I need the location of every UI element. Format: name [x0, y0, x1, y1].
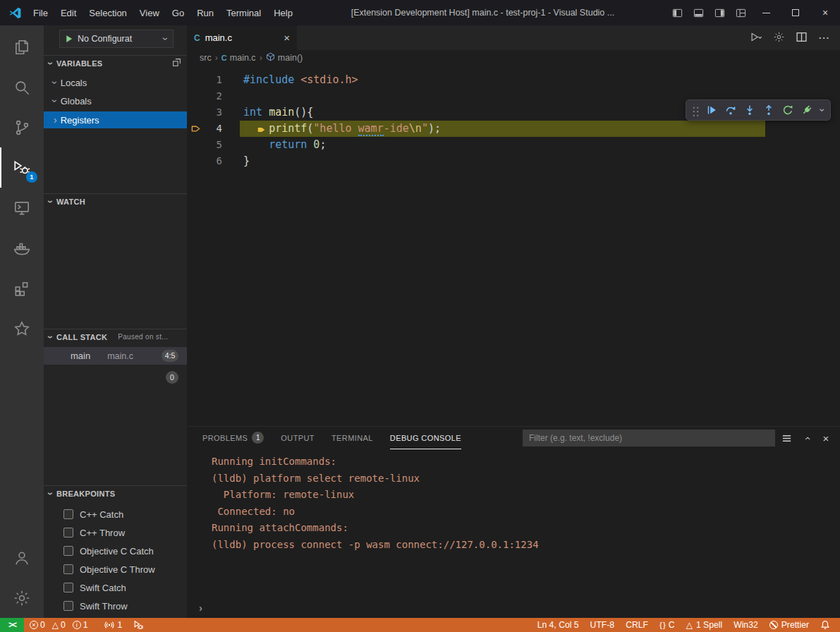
- code-line-content[interactable]: return 0;: [243, 137, 326, 153]
- breakpoint-item[interactable]: C++ Throw: [44, 523, 187, 542]
- menu-go[interactable]: Go: [166, 0, 190, 25]
- glyph-margin[interactable]: [187, 121, 205, 137]
- activity-favorites[interactable]: [0, 308, 44, 348]
- activity-extensions[interactable]: [0, 268, 44, 308]
- variables-scope-globals[interactable]: ›Globals: [44, 92, 187, 109]
- activity-settings[interactable]: [0, 578, 44, 618]
- breakpoint-item[interactable]: Objective C Catch: [44, 542, 187, 560]
- breakpoint-checkbox[interactable]: [63, 546, 73, 556]
- customize-layout-icon[interactable]: [730, 0, 751, 25]
- menu-help[interactable]: Help: [267, 0, 299, 25]
- breakpoint-checkbox[interactable]: [63, 528, 73, 537]
- code-line[interactable]: 4 printf("hello wamr-ide\n");: [187, 121, 840, 137]
- menu-view[interactable]: View: [133, 0, 166, 25]
- variables-section-header[interactable]: › VARIABLES: [44, 55, 187, 71]
- tab-main-c[interactable]: C main.c ×: [187, 25, 297, 50]
- breakpoint-item[interactable]: Swift Throw: [44, 597, 187, 615]
- run-or-debug-icon[interactable]: [750, 31, 762, 45]
- variables-scope-registers[interactable]: ›Registers: [44, 111, 187, 128]
- stack-frame-row[interactable]: main main.c 4:5: [44, 347, 187, 365]
- spell-checker[interactable]: △1 Spell: [681, 618, 729, 632]
- restart-button[interactable]: [781, 104, 794, 116]
- code-line[interactable]: 5 return 0;: [187, 137, 840, 153]
- activity-docker[interactable]: [0, 228, 44, 268]
- minimize-button[interactable]: [751, 0, 781, 25]
- code-line-content[interactable]: printf("hello wamr-ide\n");: [243, 121, 441, 137]
- more-actions-icon[interactable]: ⋯: [818, 31, 830, 44]
- cursor-position[interactable]: Ln 4, Col 5: [532, 618, 585, 632]
- glyph-margin[interactable]: [187, 104, 205, 121]
- breakpoint-item[interactable]: Objective C Throw: [44, 560, 187, 578]
- activity-explorer[interactable]: [0, 27, 44, 67]
- debug-config-dropdown[interactable]: No Configurat ›: [59, 30, 174, 48]
- prettier[interactable]: Prettier: [764, 618, 815, 632]
- code-line[interactable]: 1#include <stdio.h>: [187, 72, 840, 88]
- breakpoints-section-header[interactable]: › BREAKPOINTS: [44, 485, 187, 501]
- problems-status[interactable]: ×0 △0 i1: [24, 618, 99, 632]
- close-tab-icon[interactable]: ×: [284, 32, 290, 44]
- continue-button[interactable]: [705, 104, 718, 116]
- breakpoint-checkbox[interactable]: [63, 601, 73, 611]
- collapse-all-icon[interactable]: [172, 58, 181, 68]
- debug-session-chevron-icon[interactable]: ›: [817, 107, 828, 113]
- code-editor[interactable]: 1#include <stdio.h>23int main(){4 printf…: [187, 66, 840, 426]
- session-row[interactable]: 0: [44, 368, 187, 386]
- eol[interactable]: CRLF: [620, 618, 654, 632]
- code-line-content[interactable]: #include <stdio.h>: [243, 72, 358, 88]
- menu-file[interactable]: File: [27, 0, 54, 25]
- code-line[interactable]: 6}: [187, 153, 840, 169]
- remote-indicator[interactable]: ><: [0, 618, 24, 632]
- activity-source-control[interactable]: [0, 107, 44, 147]
- encoding[interactable]: UTF-8: [585, 618, 621, 632]
- call-stack-section-header[interactable]: › CALL STACK Paused on st...: [44, 329, 187, 344]
- breakpoint-checkbox[interactable]: [63, 509, 73, 519]
- glyph-margin[interactable]: [187, 72, 205, 88]
- toggle-sidebar-icon[interactable]: [666, 0, 688, 25]
- watch-section-header[interactable]: › WATCH: [44, 193, 187, 209]
- breadcrumb-item-src[interactable]: src: [200, 53, 212, 63]
- console-actions-icon[interactable]: [778, 430, 795, 446]
- platform[interactable]: Win32: [728, 618, 764, 632]
- start-debug-icon[interactable]: [65, 35, 73, 43]
- panel-tab-problems[interactable]: PROBLEMS1: [202, 427, 264, 449]
- menu-terminal[interactable]: Terminal: [220, 0, 267, 25]
- glyph-margin[interactable]: [187, 137, 205, 153]
- activity-remote-explorer[interactable]: [0, 188, 44, 228]
- debug-console-input[interactable]: ›: [187, 599, 840, 616]
- notifications-bell[interactable]: [815, 618, 840, 632]
- close-button[interactable]: ×: [810, 0, 840, 25]
- toggle-panel-icon[interactable]: [688, 0, 709, 25]
- panel-tab-terminal[interactable]: TERMINAL: [331, 427, 373, 449]
- code-line-content[interactable]: int main(){: [243, 104, 313, 121]
- activity-run-and-debug[interactable]: 1: [0, 147, 44, 188]
- gear-icon[interactable]: [773, 31, 785, 45]
- disconnect-button[interactable]: [801, 104, 813, 116]
- breakpoint-checkbox[interactable]: [63, 564, 73, 574]
- breakpoint-item[interactable]: Swift Catch: [44, 578, 187, 597]
- debug-status[interactable]: [128, 618, 149, 632]
- language-mode[interactable]: { }C: [654, 618, 681, 632]
- breakpoint-item[interactable]: C++ Catch: [44, 505, 187, 523]
- split-editor-icon[interactable]: [796, 31, 808, 45]
- menu-selection[interactable]: Selection: [83, 0, 133, 25]
- breadcrumb-item-main-c[interactable]: Cmain.c: [221, 53, 256, 63]
- close-panel-icon[interactable]: ×: [817, 430, 834, 446]
- menu-run[interactable]: Run: [190, 0, 220, 25]
- debug-console-output[interactable]: Running initCommands:(lldb) platform sel…: [187, 454, 840, 598]
- glyph-margin[interactable]: [187, 153, 205, 169]
- panel-tab-debug-console[interactable]: DEBUG CONSOLE: [390, 427, 461, 449]
- breadcrumb-item-main-[interactable]: main(): [266, 52, 303, 63]
- activity-search[interactable]: [0, 67, 44, 107]
- menu-edit[interactable]: Edit: [54, 0, 83, 25]
- activity-accounts[interactable]: [0, 537, 44, 578]
- drag-handle[interactable]: [691, 104, 699, 116]
- step-over-button[interactable]: [724, 104, 737, 116]
- console-filter-input[interactable]: [523, 430, 775, 446]
- maximize-button[interactable]: [781, 0, 810, 25]
- step-out-button[interactable]: [762, 104, 775, 116]
- maximize-panel-icon[interactable]: ›: [798, 430, 815, 446]
- code-line-content[interactable]: }: [243, 153, 250, 169]
- variables-scope-locals[interactable]: ›Locals: [44, 74, 187, 91]
- step-into-button[interactable]: [743, 104, 756, 116]
- toggle-secondary-sidebar-icon[interactable]: [709, 0, 730, 25]
